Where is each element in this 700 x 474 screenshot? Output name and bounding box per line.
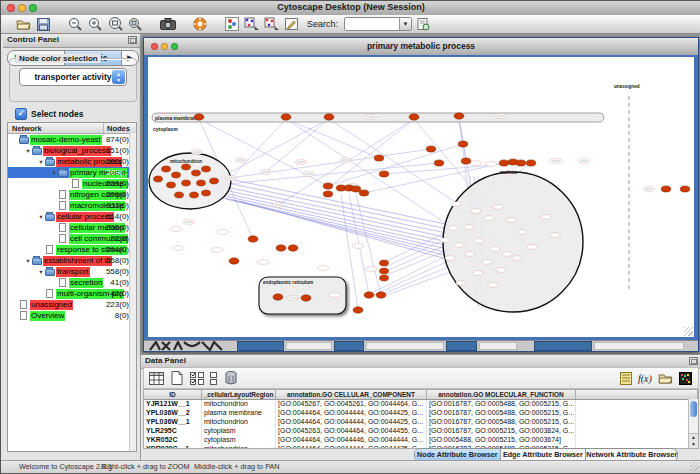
attribute-batch-icon[interactable] [208,370,219,386]
disclosure-triangle-icon[interactable]: ▼ [50,170,58,176]
node-count: 264(0) [106,245,129,254]
node-count: 223(0) [106,300,129,309]
tree-row[interactable]: Overview8(0) [8,310,136,321]
tree-row[interactable]: mosaic-demo-yeast874(0) [8,134,136,145]
table-row[interactable]: YKR052Ccytoplasm[GO:0044464, GO:0044446,… [144,436,698,445]
table-row[interactable]: YPL036W__1mitochondrion[GO:0044464, GO:0… [144,418,698,427]
float-panel-icon[interactable] [689,357,698,365]
float-panel-icon[interactable] [128,36,137,44]
new-attribute-icon[interactable] [168,370,185,386]
table-cell: [GO:0045267, GO:0045261, GO:0044464, G..… [276,400,427,409]
search-input[interactable]: ▼ [344,17,412,31]
network-view-window[interactable]: primary metabolic process [143,37,699,352]
attribute-table-icon[interactable] [148,370,165,386]
tree-row[interactable]: unassigned223(0) [8,299,136,310]
zoom-fit-icon[interactable] [107,16,124,32]
tree-row[interactable]: secretion41(0) [8,277,136,288]
tree-row[interactable]: ▼primary metabo209(... [8,167,136,178]
attribute-table[interactable]: ID_cellularLayoutRegionannotation.GO CEL… [143,389,699,449]
zoom-region-icon[interactable] [127,16,144,32]
tree-row[interactable]: cell communicat22(0) [8,233,136,244]
search-dropdown-arrow[interactable]: ▼ [399,18,411,30]
tree-row-label: unassigned [30,300,73,310]
annotation-icon[interactable] [283,16,300,32]
table-cell: cytoplasm [202,427,276,436]
node-color-dropdown[interactable]: transporter activity ▲▼ [19,68,127,86]
tree-header[interactable]: Network Nodes [8,123,136,134]
zoom-in-icon[interactable] [87,16,104,32]
tree-row-label: establishment of lo [43,256,112,266]
hidden-window-tab[interactable] [534,341,592,351]
hidden-window-tab[interactable] [237,341,284,351]
table-row[interactable]: YLR295Ccytoplasm[GO:0045263, GO:0044464,… [144,427,698,436]
network-window-titlebar[interactable]: primary metabolic process [144,38,698,56]
scrollbar-thumb[interactable] [690,401,697,417]
hidden-window-tab[interactable] [334,341,364,351]
disclosure-triangle-icon[interactable]: ▼ [37,214,45,220]
table-cell: cytoplasm [202,436,276,445]
hidden-window-tab[interactable] [446,341,477,351]
hidden-window-thumb [479,342,517,350]
column-header[interactable]: annotation.GO MOLECULAR_FUNCTION [427,390,576,399]
vizmapper-icon[interactable] [223,16,240,32]
network-tool-icon-1[interactable] [243,16,260,32]
column-header[interactable] [576,390,698,399]
tree-scrollbar[interactable] [129,133,136,451]
tree-row[interactable]: response to stimulu264(0) [8,244,136,255]
tree-row[interactable]: ▼establishment of lo558(0) [8,255,136,266]
tree-row[interactable]: cellular metabo209(0) [8,222,136,233]
select-attributes-icon[interactable] [188,370,205,386]
canvas-resize-grip[interactable] [684,327,693,336]
table-row[interactable]: YJR121W__1mitochondrion[GO:0045267, GO:0… [144,400,698,409]
tree-row[interactable]: ▼metabolic process280(0) [8,156,136,167]
search-option-icon[interactable] [415,16,432,32]
matrix-icon[interactable] [677,370,694,386]
node-count: 8(0) [115,311,129,320]
notes-icon[interactable] [617,370,634,386]
tree-row[interactable]: ▼cellular process614(0) [8,211,136,222]
folder-icon [58,169,69,177]
attribute-table-header[interactable]: ID_cellularLayoutRegionannotation.GO CEL… [144,390,698,400]
table-scrollbar[interactable]: ▲▼ [688,399,698,448]
control-panel: Control Panel Network Mosaic ▶ Node colo… [3,34,141,461]
zoom-out-icon[interactable] [67,16,84,32]
open-session-icon[interactable] [15,16,32,32]
network-tool-icon-2[interactable] [263,16,280,32]
table-cell: [GO:0005488, GO:0005215, GO:0003674] [427,436,576,445]
table-cell: [GO:0044464, GO:0044444, GO:0044425, G..… [276,445,427,449]
save-session-icon[interactable] [35,16,52,32]
table-row[interactable]: YPL036W__2plasma membrane[GO:0044464, GO… [144,409,698,418]
delete-attribute-icon[interactable] [222,370,239,386]
table-cell [576,427,698,436]
tree-row[interactable]: multi-organism pro42(0) [8,288,136,299]
snapshot-icon[interactable] [159,16,176,32]
window-resize-grip[interactable] [690,462,699,471]
column-header[interactable]: annotation.GO CELLULAR_COMPONENT [276,390,427,399]
file-icon [45,289,56,298]
tree-row[interactable]: nucleobase-209(0) [8,178,136,189]
column-header[interactable]: ID [144,390,202,399]
network-canvas[interactable]: plasma membrane cytoplasm mitochondrion … [144,55,698,341]
network-window-title: primary metabolic process [144,41,698,51]
clipped-text-artifact [148,341,238,351]
scrollbar-arrows[interactable]: ▲▼ [689,433,698,448]
tree-row[interactable]: ▼biological_process651(0) [8,145,136,156]
tree-row[interactable]: ▼transport558(0) [8,266,136,277]
disclosure-triangle-icon[interactable]: ▼ [37,159,45,165]
tree-row[interactable]: nitrogen compo209(0) [8,189,136,200]
control-panel-title: Control Panel [7,35,59,44]
function-builder-icon[interactable]: f(x) [637,370,654,386]
select-nodes-checkbox[interactable]: ✓ [15,108,27,120]
svg-text:mitochondrion: mitochondrion [170,159,202,164]
folder-icon [45,268,56,276]
disclosure-triangle-icon[interactable]: ▼ [37,269,45,275]
tree-row[interactable]: macromolecule311(0) [8,200,136,211]
node-count: 209(0) [106,179,129,188]
disclosure-triangle-icon[interactable]: ▼ [24,258,32,264]
disclosure-triangle-icon[interactable]: ▼ [24,148,32,154]
import-attributes-icon[interactable] [657,370,674,386]
tree-row-label: biological_process [43,146,111,156]
status-bar: Welcome to Cytoscape 2.8.1 Right-click +… [1,460,700,473]
column-header[interactable]: _cellularLayoutRegion [202,390,276,399]
help-icon[interactable] [191,16,208,32]
